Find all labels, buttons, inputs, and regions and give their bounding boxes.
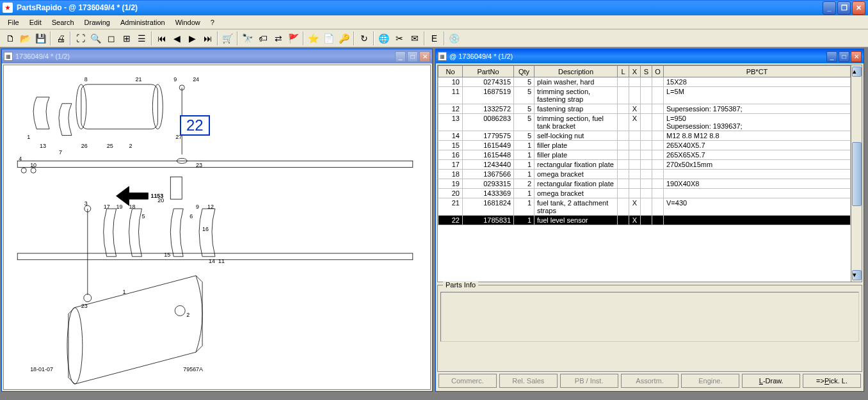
diagram-canvas[interactable]: 8 21 9 24 1 13 7 4 10 26 25 2 27 23 1153… (3, 65, 431, 390)
svg-text:23: 23 (196, 162, 202, 168)
column-header-l[interactable]: L (618, 66, 629, 77)
svg-rect-15 (170, 177, 182, 199)
column-header-s[interactable]: S (641, 66, 652, 77)
parts-window-title: @ 1736049/4 * (1/2) (449, 52, 513, 60)
svg-text:10: 10 (30, 162, 36, 168)
minimize-button[interactable]: _ (823, 1, 836, 15)
parts-table-container: NoPartNoQtyDescriptionLXSOPB*CT 10027431… (437, 65, 862, 282)
open-file-icon[interactable]: 📂 (18, 31, 33, 45)
binoculars-icon[interactable]: 🔭 (240, 31, 255, 45)
first-icon[interactable]: ⏮ (154, 31, 169, 45)
table-row[interactable]: 1417795755self-locking nutM12 8.8 M12 8.… (438, 131, 851, 141)
document-icon[interactable]: 📄 (321, 31, 336, 45)
column-header-qty[interactable]: Qty (514, 66, 534, 77)
table-row[interactable]: 1116875195trimming section, fastening st… (438, 87, 851, 104)
fit-icon[interactable]: ⛶ (73, 31, 88, 45)
pb-inst-button[interactable]: PB / Inst. (560, 374, 618, 388)
menu-edit[interactable]: Edit (24, 17, 47, 28)
table-row[interactable]: 1902933152rectangular fixation plate190X… (438, 179, 851, 189)
svg-text:24: 24 (193, 76, 199, 83)
svg-text:9: 9 (196, 204, 199, 210)
cart-icon[interactable]: 🛒 (220, 31, 235, 45)
menu-window[interactable]: Window (170, 17, 205, 28)
menu-administration[interactable]: Administration (115, 17, 170, 28)
refresh-icon[interactable]: ↻ (357, 31, 371, 45)
scroll-thumb[interactable] (852, 142, 862, 206)
prev-icon[interactable]: ◀ (170, 31, 184, 45)
tools-icon[interactable]: ✂ (392, 31, 406, 45)
diagram-minimize-button[interactable]: _ (395, 51, 406, 62)
compare-icon[interactable]: ⇄ (271, 31, 285, 45)
button-row: Commerc. Rel. Sales PB / Inst. Assortm. … (437, 372, 862, 390)
menu-help[interactable]: ? (205, 17, 220, 28)
column-header-no[interactable]: No (438, 66, 463, 77)
table-row[interactable]: 2014333691omega bracket (438, 189, 851, 198)
parts-window-title-bar[interactable]: ▦ @ 1736049/4 * (1/2) _ □ ✕ (436, 49, 864, 63)
svg-text:6: 6 (189, 213, 193, 220)
parts-list-window: ▦ @ 1736049/4 * (1/2) _ □ ✕ NoPartNoQtyD… (435, 49, 864, 392)
column-header-description[interactable]: Description (534, 66, 618, 77)
menu-drawing[interactable]: Drawing (79, 17, 115, 28)
parts-close-button[interactable]: ✕ (851, 51, 862, 62)
zoom-icon[interactable]: 🔍 (88, 31, 103, 45)
table-row[interactable]: 1300862835trimming section, fuel tank br… (438, 114, 851, 131)
parts-maximize-button[interactable]: □ (839, 51, 849, 62)
diagram-maximize-button[interactable]: □ (407, 51, 418, 62)
scroll-down-icon[interactable]: ▾ (852, 270, 862, 280)
table-row[interactable]: 1213325725fastening strapXSupersession: … (438, 104, 851, 114)
close-button[interactable]: ✕ (852, 1, 865, 15)
table-row[interactable]: 1712434401rectangular fixation plate270x… (438, 160, 851, 170)
save-icon[interactable]: 💾 (33, 31, 48, 45)
column-header-o[interactable]: O (652, 66, 664, 77)
pick-l-button[interactable]: =>Pick. L. (803, 374, 861, 388)
maximize-button[interactable]: ❐ (837, 1, 851, 15)
parts-minimize-button[interactable]: _ (826, 51, 837, 62)
table-row[interactable]: 1516154491filler plate265X40X5.7 (438, 141, 851, 150)
parts-info-label: Parts Info (443, 281, 478, 289)
svg-text:8: 8 (84, 76, 88, 83)
scrollbar[interactable]: ▴ ▾ (851, 65, 862, 282)
scroll-up-icon[interactable]: ▴ (852, 67, 862, 77)
svg-text:26: 26 (81, 143, 88, 149)
zoom-region-icon[interactable]: ◻ (104, 31, 118, 45)
selected-callout[interactable]: 22 (180, 115, 210, 136)
l-draw-button[interactable]: L-Draw. (742, 374, 800, 388)
tag-icon[interactable]: 🏷 (255, 31, 270, 45)
table-row[interactable]: 2217858311fuel level sensorX (438, 216, 851, 225)
app-title: PartsRapido - @ 1736049/4 * (1/2) (17, 3, 138, 12)
column-header-partno[interactable]: PartNo (463, 66, 514, 77)
rel-sales-button[interactable]: Rel. Sales (499, 374, 558, 388)
exit-icon[interactable]: E (427, 31, 442, 45)
commerc-button[interactable]: Commerc. (438, 374, 497, 388)
favorite-icon[interactable]: ⭐ (306, 31, 321, 45)
table-row[interactable]: 1813675661omega bracket (438, 170, 851, 179)
last-icon[interactable]: ⏭ (200, 31, 215, 45)
flag-icon[interactable]: 🚩 (286, 31, 301, 45)
table-row[interactable]: 2116818241fuel tank, 2 attachment straps… (438, 198, 851, 216)
diagram-close-button[interactable]: ✕ (419, 51, 430, 62)
key-icon[interactable]: 🔑 (337, 31, 351, 45)
mail-icon[interactable]: ✉ (407, 31, 422, 45)
grid-icon[interactable]: ⊞ (119, 31, 134, 45)
svg-text:79567A: 79567A (183, 366, 203, 372)
svg-text:9: 9 (173, 76, 177, 83)
column-header-pbct[interactable]: PB*CT (664, 66, 851, 77)
svg-text:5: 5 (141, 213, 145, 220)
disc-icon[interactable]: 💿 (447, 31, 462, 45)
table-row[interactable]: 1616154481filler plate265X65X5.7 (438, 150, 851, 160)
globe-icon[interactable]: 🌐 (376, 31, 391, 45)
engine-button[interactable]: Engine. (681, 374, 739, 388)
print-icon[interactable]: 🖨 (53, 31, 68, 45)
svg-point-13 (31, 168, 36, 173)
parts-table[interactable]: NoPartNoQtyDescriptionLXSOPB*CT 10027431… (438, 65, 851, 225)
table-row[interactable]: 1002743155plain washer, hard15X28 (438, 77, 851, 87)
new-file-icon[interactable]: 🗋 (3, 31, 17, 45)
diagram-window-title-bar[interactable]: ▦ 1736049/4 * (1/2) _ □ ✕ (2, 49, 432, 63)
menu-file[interactable]: File (3, 17, 24, 28)
app-title-bar: ★ PartsRapido - @ 1736049/4 * (1/2) _ ❐ … (0, 0, 868, 15)
next-icon[interactable]: ▶ (185, 31, 200, 45)
list-icon[interactable]: ☰ (134, 31, 149, 45)
menu-search[interactable]: Search (47, 17, 79, 28)
column-header-x[interactable]: X (629, 66, 641, 77)
assortm-button[interactable]: Assortm. (621, 374, 679, 388)
